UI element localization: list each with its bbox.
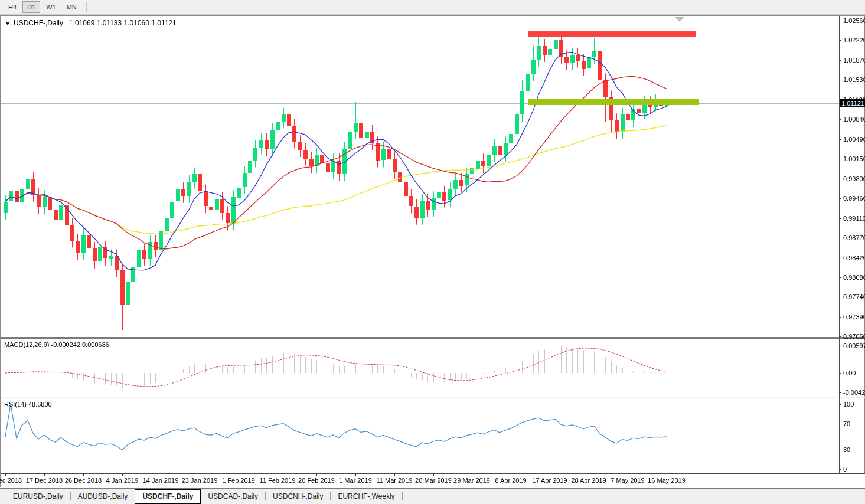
price-axis-label: 0.98080 [843,274,865,281]
chart-window: USDCHF-,Daily 1.01069 1.01133 1.01060 1.… [0,15,865,487]
price-axis-label: 1.02220 [843,37,865,44]
tab-usdcnh-daily[interactable]: USDCNH-,Daily [266,490,330,503]
price-axis-label: 0.99110 [843,215,865,222]
price-axis-label: 0.97740 [843,293,865,300]
price-axis-label: 1.01870 [843,57,865,64]
symbol-tab-bar: EURUSD-,Daily AUDUSD-,Daily USDCHF-,Dail… [0,488,865,504]
timeframe-button-mn[interactable]: MN [62,1,81,13]
rsi-axis-label: 70 [843,420,850,427]
macd-axis-label: -0.004243 [843,389,865,396]
rsi-axis-label: 30 [843,446,850,453]
rsi-axis-label: 0 [843,466,847,473]
price-axis-label: 0.98420 [843,254,865,261]
main-chart-canvas[interactable] [1,16,839,337]
current-price-tag: 1.01121 [840,99,865,107]
macd-panel-canvas[interactable] [1,339,839,396]
price-axis-label: 1.00490 [843,136,865,143]
tab-eurchf-weekly[interactable]: EURCHF-,Weekly [331,490,402,503]
price-axis-label: 0.98770 [843,234,865,241]
price-axis-label: 1.00840 [843,116,865,123]
price-axis-label: 1.01530 [843,76,865,83]
price-axis-label: 1.01180 [843,96,865,103]
timeframe-button-h4[interactable]: H4 [4,1,21,13]
tab-eurusd-daily[interactable]: EURUSD-,Daily [6,490,70,503]
tab-usdchf-daily[interactable]: USDCHF-,Daily [135,489,201,504]
timeframe-button-w1[interactable]: W1 [41,1,61,13]
price-axis-label: 1.00150 [843,155,865,162]
panel-splitter[interactable] [1,397,865,398]
price-axis-label: 1.02560 [843,17,865,24]
price-axis-label: 0.99800 [843,175,865,182]
tab-audusd-daily[interactable]: AUDUSD-,Daily [71,490,135,503]
timeframe-toolbar: H4 D1 W1 MN [0,0,865,15]
date-axis [1,473,865,488]
macd-axis-label: 0.00597 [843,342,865,349]
price-axis-label: 0.97050 [843,333,865,340]
toolbar-separator [86,2,87,12]
tab-usdcad-daily[interactable]: USDCAD-,Daily [201,490,265,503]
price-axis-label: 0.97390 [843,313,865,320]
timeframe-button-d1[interactable]: D1 [22,1,40,13]
panel-splitter[interactable] [1,337,865,339]
price-axis-label: 0.99460 [843,195,865,202]
rsi-panel-canvas[interactable] [1,399,839,473]
price-axis-line [839,16,840,473]
rsi-axis-label: 100 [843,401,854,408]
macd-axis-label: 0.00 [843,369,856,377]
